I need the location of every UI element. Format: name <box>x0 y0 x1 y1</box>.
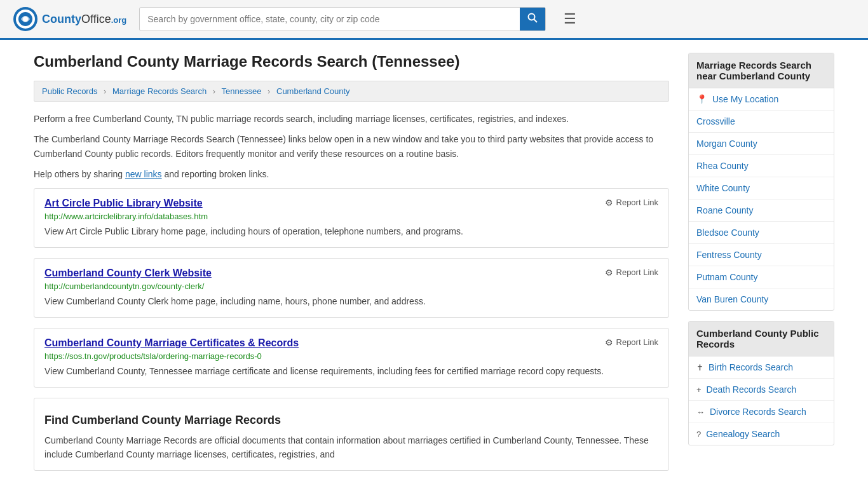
nearby-item-white[interactable]: White County <box>689 177 834 200</box>
find-section: Find Cumberland County Marriage Records … <box>34 398 669 471</box>
breadcrumb-sep-1: › <box>104 86 106 96</box>
search-button[interactable] <box>520 8 545 30</box>
report-link-3[interactable]: ⚙ Report Link <box>605 337 658 348</box>
use-location-label: Use My Location <box>712 94 778 104</box>
nearby-item-fentress[interactable]: Fentress County <box>689 244 834 266</box>
site-header: CountyOffice.org ☰ <box>0 0 868 40</box>
nearby-item-putnam[interactable]: Putnam County <box>689 266 834 288</box>
divorce-icon: ↔ <box>696 407 705 417</box>
logo-icon <box>13 6 38 32</box>
result-item-1: Art Circle Public Library Website ⚙ Repo… <box>34 188 669 248</box>
find-section-text: Cumberland County Marriage Records are o… <box>44 433 658 462</box>
result-url-1[interactable]: http://www.artcirclelibrary.info/databas… <box>44 212 658 221</box>
nearby-item-bledsoe[interactable]: Bledsoe County <box>689 222 834 244</box>
nearby-list: Crossville Morgan County Rhea County Whi… <box>689 111 834 310</box>
search-icon <box>527 13 538 23</box>
breadcrumb-cumberland-county[interactable]: Cumberland County <box>276 86 350 96</box>
search-input[interactable] <box>140 9 520 29</box>
nearby-item-morgan[interactable]: Morgan County <box>689 133 834 155</box>
report-link-1[interactable]: ⚙ Report Link <box>605 198 658 208</box>
birth-icon: ✝ <box>696 363 703 372</box>
result-desc-2: View Cumberland County Clerk home page, … <box>44 295 658 308</box>
breadcrumb-public-records[interactable]: Public Records <box>42 86 97 96</box>
report-icon-2: ⚙ <box>605 268 613 278</box>
report-label-3: Report Link <box>616 337 658 347</box>
breadcrumb-tennessee[interactable]: Tennessee <box>222 86 262 96</box>
new-links-link[interactable]: new links <box>125 169 162 179</box>
page-title: Cumberland County Marriage Records Searc… <box>34 53 669 71</box>
divorce-label: Divorce Records Search <box>710 407 806 417</box>
report-label-2: Report Link <box>616 268 658 277</box>
result-url-2[interactable]: http://cumberlandcountytn.gov/county-cle… <box>44 281 658 291</box>
intro-paragraph-2: The Cumberland County Marriage Records S… <box>34 132 669 161</box>
result-item-2: Cumberland County Clerk Website ⚙ Report… <box>34 258 669 318</box>
report-icon-1: ⚙ <box>605 198 613 208</box>
result-title-3[interactable]: Cumberland County Marriage Certificates … <box>44 337 299 349</box>
public-records-list: ✝ Birth Records Search + Death Records S… <box>689 356 834 445</box>
sidebar-nearby-section: Marriage Records Search near Cumberland … <box>688 53 834 311</box>
breadcrumb: Public Records › Marriage Records Search… <box>34 81 669 102</box>
public-record-death[interactable]: + Death Records Search <box>689 379 834 401</box>
nearby-item-roane[interactable]: Roane County <box>689 200 834 222</box>
logo-text: CountyOffice.org <box>42 13 126 26</box>
report-link-2[interactable]: ⚙ Report Link <box>605 268 658 278</box>
intro-paragraph-3: Help others by sharing new links and rep… <box>34 167 669 181</box>
svg-line-5 <box>534 20 538 23</box>
breadcrumb-marriage-records[interactable]: Marriage Records Search <box>112 86 207 96</box>
find-section-heading: Find Cumberland County Marriage Records <box>44 407 658 427</box>
nearby-item-crossville[interactable]: Crossville <box>689 111 834 133</box>
genealogy-icon: ? <box>696 430 701 439</box>
public-record-genealogy[interactable]: ? Genealogy Search <box>689 423 834 445</box>
death-icon: + <box>696 385 702 395</box>
result-item-3: Cumberland County Marriage Certificates … <box>34 328 669 388</box>
result-desc-3: View Cumberland County, Tennessee marria… <box>44 365 658 378</box>
result-header-3: Cumberland County Marriage Certificates … <box>44 337 658 349</box>
svg-point-3 <box>23 17 28 22</box>
hamburger-button[interactable]: ☰ <box>559 8 581 30</box>
death-label: Death Records Search <box>707 384 797 395</box>
result-url-3[interactable]: https://sos.tn.gov/products/tsla/orderin… <box>44 351 658 361</box>
breadcrumb-sep-2: › <box>213 86 215 96</box>
nearby-item-rhea[interactable]: Rhea County <box>689 155 834 177</box>
result-header-2: Cumberland County Clerk Website ⚙ Report… <box>44 268 658 279</box>
main-container: Cumberland County Marriage Records Searc… <box>21 40 847 488</box>
use-my-location[interactable]: 📍 Use My Location <box>689 88 834 111</box>
sidebar: Marriage Records Search near Cumberland … <box>688 53 834 481</box>
result-header-1: Art Circle Public Library Website ⚙ Repo… <box>44 198 658 209</box>
result-title-1[interactable]: Art Circle Public Library Website <box>44 198 203 209</box>
logo-link[interactable]: CountyOffice.org <box>13 6 126 32</box>
result-desc-1: View Art Circle Public Library home page… <box>44 225 658 238</box>
report-label-1: Report Link <box>616 198 658 207</box>
sidebar-nearby-title: Marriage Records Search near Cumberland … <box>689 53 834 88</box>
result-title-2[interactable]: Cumberland County Clerk Website <box>44 268 212 279</box>
intro-paragraph-1: Perform a free Cumberland County, TN pub… <box>34 112 669 126</box>
breadcrumb-sep-3: › <box>268 86 270 96</box>
genealogy-label: Genealogy Search <box>706 429 780 439</box>
sidebar-public-records-section: Cumberland County Public Records ✝ Birth… <box>688 321 834 445</box>
search-bar <box>139 7 546 31</box>
location-icon: 📍 <box>696 94 707 104</box>
public-record-birth[interactable]: ✝ Birth Records Search <box>689 356 834 379</box>
report-icon-3: ⚙ <box>605 337 613 348</box>
svg-point-4 <box>529 14 535 20</box>
nearby-item-vanburen[interactable]: Van Buren County <box>689 288 834 310</box>
content-area: Cumberland County Marriage Records Searc… <box>34 53 669 481</box>
birth-label: Birth Records Search <box>709 362 793 372</box>
sidebar-public-records-title: Cumberland County Public Records <box>689 322 834 356</box>
public-record-divorce[interactable]: ↔ Divorce Records Search <box>689 401 834 423</box>
